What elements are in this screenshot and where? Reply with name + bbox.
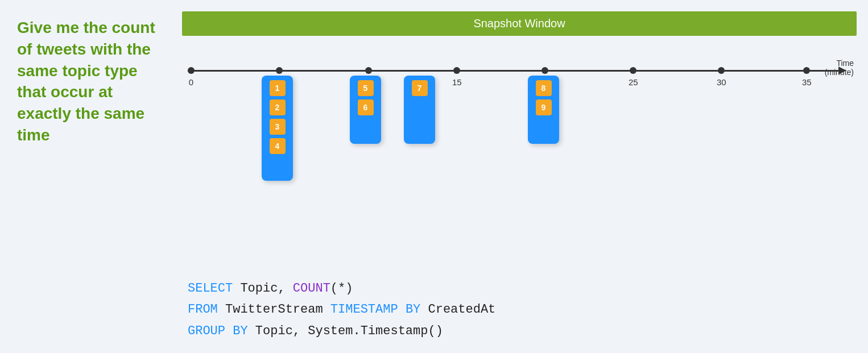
badge-7: 7 [412, 80, 428, 96]
time-unit-label: Time (minute) [825, 59, 854, 77]
time-label-line2: (minute) [825, 68, 854, 77]
tick-dot-30 [718, 67, 725, 74]
tick-25: 25 [629, 70, 638, 87]
tick-label-0: 0 [189, 77, 193, 87]
sql-line2-text1: TwitterStream [218, 302, 330, 317]
sql-line2-text3: CreatedAt [420, 302, 495, 317]
snapshot-window-bar: Snapshot Window [182, 11, 857, 36]
sql-line1-args: (*) [330, 281, 353, 296]
tick-dot-25 [630, 67, 636, 74]
blue-column-20: 8 9 [528, 76, 559, 144]
timeline-axis [188, 70, 840, 72]
sql-line3: GROUP BY Topic, System.Timestamp() [188, 321, 857, 342]
sql-line2-text2 [398, 302, 406, 317]
badge-3: 3 [270, 119, 286, 135]
tick-30: 30 [717, 70, 726, 87]
tick-label-35: 35 [802, 77, 812, 87]
select-keyword: SELECT [188, 281, 233, 296]
tick-label-30: 30 [717, 77, 726, 87]
tick-15: 15 [452, 70, 462, 87]
blue-column-10: 5 6 [350, 76, 381, 144]
right-panel: Snapshot Window 0 5 10 15 20 [176, 0, 868, 353]
badge-8: 8 [536, 80, 552, 96]
tick-0: 0 [188, 70, 195, 87]
badge-5: 5 [358, 80, 374, 96]
time-label-line1: Time [825, 59, 854, 68]
sql-line1: SELECT Topic, COUNT(*) [188, 278, 857, 299]
by-keyword-2: BY [233, 324, 247, 338]
badge-1: 1 [270, 80, 286, 96]
sql-area: SELECT Topic, COUNT(*) FROM TwitterStrea… [182, 272, 857, 342]
badge-9: 9 [536, 99, 552, 115]
tick-dot-20 [542, 67, 548, 74]
badge-6: 6 [358, 99, 374, 115]
description-text: Give me the count of tweets with the sam… [17, 17, 165, 146]
badge-2: 2 [270, 99, 286, 115]
timestamp-keyword: TIMESTAMP [330, 302, 398, 317]
sql-line3-text2: Topic, System.Timestamp() [248, 324, 443, 338]
by-keyword-1: BY [406, 302, 420, 317]
from-keyword: FROM [188, 302, 218, 317]
blue-column-12: 7 [404, 76, 435, 144]
sql-line2: FROM TwitterStream TIMESTAMP BY CreatedA… [188, 299, 857, 320]
tick-label-15: 15 [452, 77, 462, 87]
count-function: COUNT [293, 281, 330, 296]
left-panel: Give me the count of tweets with the sam… [0, 0, 176, 353]
tick-dot-35 [803, 67, 810, 74]
sql-line1-text: Topic, [233, 281, 293, 296]
tick-dot-10 [365, 67, 372, 74]
group-keyword: GROUP [188, 324, 225, 338]
tick-dot-15 [453, 67, 460, 74]
timeline-area: 0 5 10 15 20 25 30 [182, 41, 857, 189]
blue-column-5: 1 2 3 4 [262, 76, 293, 181]
sql-line3-text1 [225, 324, 233, 338]
tick-35: 35 [802, 70, 812, 87]
badge-4: 4 [270, 138, 286, 154]
tick-label-25: 25 [629, 77, 638, 87]
tick-dot-5 [276, 67, 283, 74]
tick-dot-0 [188, 67, 195, 74]
